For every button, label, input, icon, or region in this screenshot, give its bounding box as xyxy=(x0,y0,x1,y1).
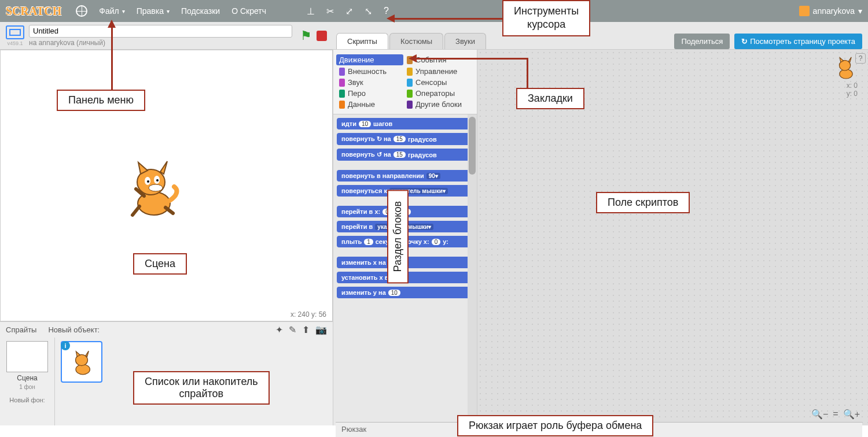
choose-sprite-icon[interactable]: ✦ xyxy=(275,324,283,335)
project-byline: на annarykova (личный) xyxy=(29,39,292,47)
svg-point-5 xyxy=(156,179,159,182)
scratch-logo[interactable]: SCRATCH xyxy=(6,5,61,18)
tab-costumes[interactable]: Костюмы xyxy=(389,33,443,49)
arrow-menu xyxy=(111,27,113,90)
svg-point-6 xyxy=(149,184,163,191)
arrowhead-tools xyxy=(387,14,395,23)
callout-stage: Сцена xyxy=(133,253,187,275)
zoom-in-icon[interactable]: 🔍+ xyxy=(843,409,860,420)
new-backdrop-label: Новый фон: xyxy=(9,397,45,403)
tab-sounds[interactable]: Звуки xyxy=(444,33,486,49)
zoom-reset-icon[interactable]: = xyxy=(833,409,838,420)
callout-sprites: Список или накопитель спрайтов xyxy=(133,371,270,405)
username-label: annarykova xyxy=(813,6,855,16)
block-change-y[interactable]: изменить y на10 xyxy=(337,287,473,298)
block-point-dir[interactable]: повернуть в направлении90▾ xyxy=(337,170,473,182)
cat-more[interactable]: Другие блоки xyxy=(407,99,471,109)
block-turn-cw[interactable]: повернуть ↻ на15градусов xyxy=(337,133,473,145)
grow-icon[interactable]: ⤢ xyxy=(345,6,353,17)
arrowhead-menu xyxy=(108,20,116,28)
block-turn-ccw[interactable]: повернуть ↺ на15градусов xyxy=(337,149,473,161)
cursor-tools: ⊥ ✂ ⤢ ⤡ ? xyxy=(307,6,389,17)
zoom-controls: 🔍− = 🔍+ xyxy=(811,409,860,420)
stage-thumbnail-box: Сцена 1 фон Новый фон: xyxy=(0,338,55,425)
cat-operators[interactable]: Операторы xyxy=(407,88,471,98)
camera-sprite-icon[interactable]: 📷 xyxy=(315,324,327,335)
stage-label: Сцена xyxy=(17,374,37,382)
cat-data[interactable]: Данные xyxy=(339,99,403,109)
sprite-x: x: 0 xyxy=(832,82,858,90)
callout-tools: Инструменты курсора xyxy=(502,0,590,36)
menu-file[interactable]: Файл xyxy=(99,6,124,16)
sprite-thumbnail[interactable]: i xyxy=(61,341,102,383)
version-label: v459.1 xyxy=(7,40,23,46)
menu-tips[interactable]: Подсказки xyxy=(181,6,220,16)
callout-menu: Панель меню xyxy=(57,90,145,111)
shrink-icon[interactable]: ⤡ xyxy=(365,6,372,17)
view-project-button[interactable]: Посмотреть страницу проекта xyxy=(734,34,862,49)
callout-backpack: Рюкзак играет роль буфера обмена xyxy=(457,415,653,436)
stage-area[interactable]: x: 240 y: 56 xyxy=(0,50,333,321)
arrow-tabs-v xyxy=(527,58,528,89)
share-button[interactable]: Поделиться xyxy=(674,34,730,49)
globe-icon[interactable] xyxy=(76,5,87,17)
user-menu[interactable]: annarykova ▾ xyxy=(799,6,862,16)
fullscreen-icon[interactable] xyxy=(6,25,24,39)
header-row: v459.1 на annarykova (личный) ⚑ Скрипты … xyxy=(0,22,868,50)
arrow-tools xyxy=(393,18,503,20)
cat-control[interactable]: Управление xyxy=(407,66,471,76)
block-move[interactable]: идти10шагов xyxy=(337,118,473,129)
cat-sensing[interactable]: Сенсоры xyxy=(407,77,471,87)
zoom-out-icon[interactable]: 🔍− xyxy=(811,409,828,420)
stage-backdrop-count: 1 фон xyxy=(19,384,35,390)
arrow-tabs-h xyxy=(415,58,528,60)
callout-scripts: Поле скриптов xyxy=(596,192,690,213)
menu-about[interactable]: О Скретч xyxy=(231,6,266,16)
green-flag-icon[interactable]: ⚑ xyxy=(300,28,312,43)
menu-edit[interactable]: Правка xyxy=(137,6,170,16)
callout-tabs: Закладки xyxy=(516,88,584,109)
sprite-info-corner: x: 0 y: 0 xyxy=(832,54,858,98)
sprite-info-icon[interactable]: i xyxy=(61,341,70,350)
svg-point-3 xyxy=(147,180,149,183)
callout-blocks: Раздел блоков xyxy=(387,190,409,283)
sprite-y: y: 0 xyxy=(832,90,858,98)
arrowhead-tabs xyxy=(409,54,417,62)
stage-coords: x: 240 y: 56 xyxy=(290,310,326,319)
sprites-header: Спрайты xyxy=(6,325,36,334)
cat-sprite[interactable] xyxy=(122,154,180,220)
editor-tabs: Скрипты Костюмы Звуки Поделиться Посмотр… xyxy=(333,22,868,49)
cat-pen[interactable]: Перо xyxy=(339,88,403,98)
stage-thumbnail[interactable] xyxy=(6,341,48,372)
palette-scrollbar[interactable] xyxy=(468,114,477,425)
paint-sprite-icon[interactable]: ✎ xyxy=(289,324,296,335)
upload-sprite-icon[interactable]: ⬆ xyxy=(302,324,310,335)
chevron-down-icon: ▾ xyxy=(858,6,862,16)
avatar-icon xyxy=(799,6,810,16)
stop-icon[interactable] xyxy=(317,31,327,41)
stamp-icon[interactable]: ⊥ xyxy=(307,6,315,17)
cat-motion[interactable]: Движение xyxy=(336,54,403,65)
cat-looks[interactable]: Внешность xyxy=(339,66,403,76)
cat-sound[interactable]: Звук xyxy=(339,77,403,87)
duplicate-icon[interactable]: ✂ xyxy=(326,6,334,17)
new-object-label: Новый объект: xyxy=(48,325,100,334)
tab-scripts[interactable]: Скрипты xyxy=(336,33,388,49)
project-title-input[interactable] xyxy=(29,25,292,38)
